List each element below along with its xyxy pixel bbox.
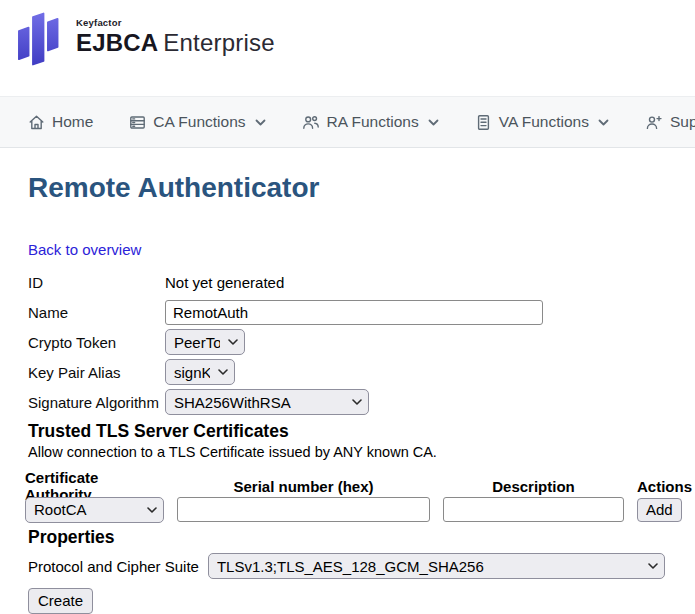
signature-algorithm-label: Signature Algorithm: [28, 394, 165, 411]
document-icon: [475, 114, 492, 131]
brand-keyfactor: Keyfactor: [76, 18, 275, 28]
protocol-cipher-select[interactable]: TLSv1.3;TLS_AES_128_GCM_SHA256: [208, 553, 665, 579]
key-pair-alias-label: Key Pair Alias: [28, 364, 165, 381]
main-content: Remote Authenticator Back to overview ID…: [0, 173, 695, 614]
name-label: Name: [28, 304, 165, 321]
trusted-tls-heading: Trusted TLS Server Certificates: [28, 421, 695, 442]
trusted-tls-table-header: Certificate Authority Serial number (hex…: [25, 469, 689, 489]
nav-item-supervision-functions[interactable]: Supe: [645, 113, 695, 131]
id-row: ID Not yet generated: [28, 267, 695, 297]
nav-item-ca-functions[interactable]: CA Functions: [129, 113, 265, 131]
trusted-tls-description: Allow connection to a TLS Certificate is…: [28, 444, 695, 461]
page-title: Remote Authenticator: [28, 173, 695, 203]
table-row: RootCA Add: [25, 496, 689, 523]
col-serial-number: Serial number (hex): [177, 478, 430, 495]
brand-product: EJBCAEnterprise: [76, 29, 275, 56]
users-icon: [302, 114, 320, 131]
create-button[interactable]: Create: [28, 588, 93, 614]
serial-number-input[interactable]: [177, 497, 430, 522]
chevron-down-icon: [598, 119, 609, 126]
id-label: ID: [28, 274, 165, 291]
ejbca-logo[interactable]: Keyfactor EJBCAEnterprise: [12, 10, 275, 68]
certificate-authority-select[interactable]: RootCA: [25, 497, 164, 523]
chevron-down-icon: [428, 119, 439, 126]
col-actions: Actions: [637, 478, 693, 495]
name-row: Name: [28, 297, 695, 327]
description-input[interactable]: [443, 497, 624, 522]
signature-algorithm-select[interactable]: SHA256WithRSA: [165, 389, 369, 415]
crypto-token-label: Crypto Token: [28, 334, 165, 351]
id-value: Not yet generated: [165, 274, 284, 291]
user-plus-icon: [645, 114, 663, 131]
app-header: Keyfactor EJBCAEnterprise: [0, 0, 695, 96]
properties-heading: Properties: [28, 527, 695, 548]
signature-algorithm-row: Signature Algorithm SHA256WithRSA: [28, 387, 695, 417]
keyfactor-logo-icon: [12, 10, 68, 68]
home-icon: [28, 114, 45, 131]
main-nav: Home CA Functions RA Functions VA Functi…: [0, 96, 695, 148]
nav-item-ra-functions[interactable]: RA Functions: [302, 113, 439, 131]
chevron-down-icon: [255, 119, 266, 126]
back-to-overview-link[interactable]: Back to overview: [28, 241, 141, 258]
nav-item-va-functions[interactable]: VA Functions: [475, 113, 609, 131]
server-icon: [129, 114, 146, 131]
col-description: Description: [443, 478, 624, 495]
protocol-cipher-label: Protocol and Cipher Suite: [28, 558, 199, 575]
nav-item-home[interactable]: Home: [28, 113, 93, 131]
key-pair-alias-row: Key Pair Alias signKey: [28, 357, 695, 387]
crypto-token-select[interactable]: PeerToken: [165, 329, 245, 355]
protocol-cipher-row: Protocol and Cipher Suite TLSv1.3;TLS_AE…: [28, 553, 695, 579]
key-pair-alias-select[interactable]: signKey: [165, 359, 235, 385]
trusted-tls-table: Certificate Authority Serial number (hex…: [25, 469, 689, 523]
add-button[interactable]: Add: [637, 498, 682, 522]
crypto-token-row: Crypto Token PeerToken: [28, 327, 695, 357]
name-input[interactable]: [165, 300, 543, 325]
remote-authenticator-form: ID Not yet generated Name Crypto Token P…: [28, 267, 695, 417]
